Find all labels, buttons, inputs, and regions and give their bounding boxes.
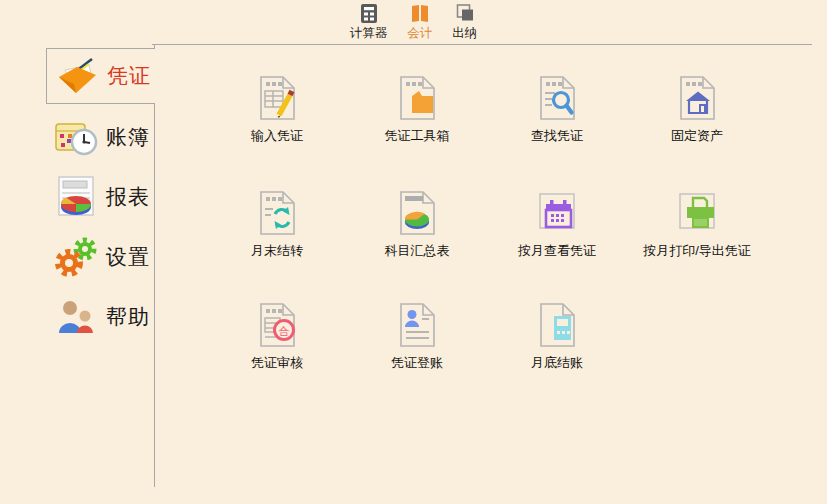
toolbar-item-calculator[interactable]: 计算器 <box>348 3 390 40</box>
fixed-assets-icon <box>673 74 721 122</box>
view-by-month-calendar-icon <box>533 189 581 237</box>
grid-row-1: 输入凭证 凭证工具箱 查找凭证 <box>207 74 767 148</box>
find-voucher-icon <box>533 74 581 122</box>
sidebar-item-label: 凭证 <box>107 62 151 90</box>
sidebar-item-label: 帮助 <box>106 303 150 331</box>
sidebar-item-label: 设置 <box>106 243 150 271</box>
grid-item-month-end-closing[interactable]: 月底结账 <box>487 301 627 375</box>
input-voucher-icon <box>253 74 301 122</box>
sidebar-item-help[interactable]: 帮助 <box>46 290 154 344</box>
grid-item-find-voucher[interactable]: 查找凭证 <box>487 74 627 148</box>
grid-item-label: 月底结账 <box>531 354 583 372</box>
sidebar-item-voucher[interactable]: 凭证 <box>46 48 155 104</box>
grid-row-3: 合 凭证审核 凭证登账 月底结账 <box>207 301 627 375</box>
grid-item-label: 月末结转 <box>251 242 303 260</box>
ledger-calendar-clock-icon <box>54 115 98 159</box>
account-summary-icon <box>393 189 441 237</box>
toolbar-label: 计算器 <box>350 26 388 40</box>
toolbar-item-accounting[interactable]: 会计 <box>405 3 434 40</box>
grid-item-input-voucher[interactable]: 输入凭证 <box>207 74 347 148</box>
accounting-book-icon <box>409 3 431 25</box>
sidebar-item-label: 账簿 <box>106 123 150 151</box>
top-toolbar: 计算器 会计 出纳 <box>0 3 827 43</box>
help-people-icon <box>54 295 98 339</box>
grid-item-voucher-audit[interactable]: 合 凭证审核 <box>207 301 347 375</box>
calculator-icon <box>358 3 380 25</box>
grid-item-label: 查找凭证 <box>531 127 583 145</box>
grid-item-label: 凭证审核 <box>251 354 303 372</box>
grid-item-label: 按月打印/导出凭证 <box>643 242 751 260</box>
report-sheet-pie-icon <box>54 175 98 219</box>
sidebar-divider <box>154 103 155 487</box>
toolbar-item-cashier[interactable]: 出纳 <box>450 3 479 40</box>
grid-item-label: 按月查看凭证 <box>518 242 596 260</box>
sidebar-item-settings[interactable]: 设置 <box>46 230 154 284</box>
grid-item-month-end-carryover[interactable]: 月末结转 <box>207 189 347 263</box>
grid-row-2: 月末结转 科目汇总表 按月查看凭证 <box>207 189 767 263</box>
grid-item-print-export-by-month[interactable]: 按月打印/导出凭证 <box>627 189 767 263</box>
svg-text:合: 合 <box>279 325 290 337</box>
grid-item-label: 输入凭证 <box>251 127 303 145</box>
toolbar-label: 会计 <box>407 26 432 40</box>
gears-icon <box>54 235 98 279</box>
sidebar-item-ledger[interactable]: 账簿 <box>46 110 154 164</box>
voucher-folder-icon <box>55 54 99 98</box>
sidebar-item-reports[interactable]: 报表 <box>46 170 154 224</box>
grid-item-label: 凭证工具箱 <box>385 127 450 145</box>
grid-item-voucher-posting[interactable]: 凭证登账 <box>347 301 487 375</box>
grid-item-view-vouchers-by-month[interactable]: 按月查看凭证 <box>487 189 627 263</box>
grid-item-fixed-assets[interactable]: 固定资产 <box>627 74 767 148</box>
toolbar-label: 出纳 <box>452 26 477 40</box>
voucher-toolbox-icon <box>393 74 441 122</box>
voucher-audit-stamp-icon: 合 <box>253 301 301 349</box>
grid-item-label: 固定资产 <box>671 127 723 145</box>
grid-item-label: 凭证登账 <box>391 354 443 372</box>
month-end-closing-icon <box>533 301 581 349</box>
grid-item-voucher-toolbox[interactable]: 凭证工具箱 <box>347 74 487 148</box>
voucher-posting-icon <box>393 301 441 349</box>
grid-item-label: 科目汇总表 <box>385 242 450 260</box>
grid-item-account-summary[interactable]: 科目汇总表 <box>347 189 487 263</box>
month-end-carryover-icon <box>253 189 301 237</box>
print-export-printer-icon <box>673 189 721 237</box>
cashier-icon <box>454 3 476 25</box>
panel-top-border <box>152 44 812 45</box>
sidebar-item-label: 报表 <box>106 183 150 211</box>
